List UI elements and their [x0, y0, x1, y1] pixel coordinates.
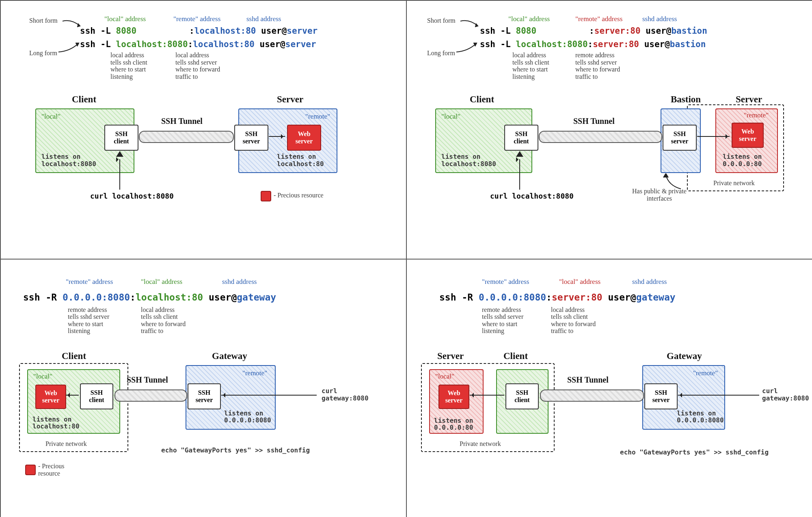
header-sshd-address: sshd address	[632, 278, 667, 286]
server-listens: listens on localhost:80	[277, 153, 324, 167]
bastion-title: Bastion	[671, 94, 701, 105]
header-local-address: "local" address	[104, 15, 146, 23]
arrow-long-form	[456, 41, 480, 54]
web-server-box: Web server	[438, 385, 469, 409]
client-listens: listens on localhost:8080	[41, 153, 96, 167]
remote-tag: "remote"	[242, 369, 267, 377]
label-long-form: Long form	[427, 50, 455, 57]
web-server-box: Web server	[35, 385, 66, 409]
header-remote-address: "remote" address	[173, 15, 220, 23]
note-remote: remote address tells sshd server where t…	[68, 306, 109, 335]
gateway-config: echo "GatewayPorts yes" >> sshd_config	[161, 446, 310, 454]
local-tag: "local"	[41, 112, 60, 121]
gateway-listens: listens on 0.0.0.0:8080	[224, 410, 271, 424]
panel-remote-forward-simple: "remote" address "local" address sshd ad…	[0, 259, 406, 517]
tunnel-label: SSH Tunnel	[573, 117, 615, 126]
curl-arrow-line	[119, 159, 120, 190]
arrow-to-web	[269, 136, 285, 137]
header-remote-address: "remote" address	[66, 278, 113, 286]
curl-arrow-head	[116, 151, 123, 160]
client-title: Client	[503, 351, 528, 361]
curl-arrow-line	[519, 159, 520, 190]
curl-cmd: curl localhost:8080	[490, 192, 574, 200]
curl-cmd: curl localhost:8080	[90, 192, 174, 200]
curl-cmd: curl gateway:8080	[322, 387, 369, 402]
arrow-curl	[221, 395, 317, 396]
private-network-label: Private network	[713, 180, 755, 187]
private-network-label: Private network	[460, 440, 501, 448]
gateway-listens: listens on 0.0.0.0:8080	[677, 410, 724, 424]
gateway-config: echo "GatewayPorts yes" >> sshd_config	[620, 448, 769, 456]
tunnel-label: SSH Tunnel	[567, 375, 609, 385]
ssh-tunnel	[114, 389, 187, 402]
bastion-note: Has public & private interfaces	[632, 188, 687, 202]
arrow-curl	[678, 395, 759, 396]
client-title: Client	[62, 351, 86, 361]
panel-local-forward-bastion: Short form Long form "local" address "re…	[406, 0, 812, 259]
web-server-box: Web server	[732, 123, 764, 148]
header-remote-address: "remote" address	[482, 278, 529, 286]
gateway-title: Gateway	[667, 351, 702, 361]
label-long-form: Long form	[29, 50, 57, 57]
note-remote: local address tells sshd server where to…	[175, 52, 220, 80]
arrow-to-web	[470, 395, 504, 396]
header-local-address: "local" address	[508, 15, 550, 23]
label-short-form: Short form	[29, 17, 58, 24]
ssh-tunnel	[540, 389, 644, 402]
arrow-to-web	[66, 395, 79, 396]
client-title: Client	[72, 94, 96, 105]
client-listens: listens on localhost:8080	[441, 153, 496, 167]
cmd-long: ssh -L localhost:8080:server:80 user@bas…	[480, 39, 706, 49]
ssh-server-box: SSH server	[234, 125, 268, 151]
ssh-tunnel	[539, 131, 662, 143]
legend-text: - Precious resource	[274, 192, 324, 199]
note-local: local address tells ssh client where to …	[141, 306, 186, 335]
arrow-short-form	[460, 17, 480, 29]
ssh-client-box: SSH client	[80, 383, 113, 409]
ssh-client-box: SSH client	[504, 125, 538, 151]
header-sshd-address: sshd address	[642, 15, 677, 23]
server-title: Server	[277, 94, 303, 105]
panel-remote-forward-server: "remote" address "local" address sshd ad…	[406, 259, 812, 517]
note-local: local address tells ssh client where to …	[512, 52, 549, 80]
remote-tag: "remote"	[744, 111, 769, 119]
arrow-long-form	[58, 41, 82, 54]
ssh-client-box: SSH client	[104, 125, 138, 151]
private-network-label: Private network	[45, 440, 87, 448]
diagram-grid: Short form Long form "local" address "re…	[0, 0, 812, 517]
server-listens: listens on 0.0.0.0:80	[723, 153, 762, 167]
arrow-bastion-note	[663, 173, 685, 190]
header-local-address: "local" address	[559, 278, 600, 286]
header-sshd-address: sshd address	[246, 15, 281, 23]
web-server-box: Web server	[287, 125, 321, 151]
local-tag: "local"	[435, 372, 454, 381]
arrow-to-web	[697, 136, 730, 137]
cmd-short: ssh -L 8080:server:80 user@bastion	[480, 26, 707, 36]
tunnel-label: SSH Tunnel	[161, 117, 203, 126]
ssh-server-box: SSH server	[188, 383, 221, 409]
curl-arrow-head	[516, 151, 523, 160]
panel-local-forward-simple: Short form Long form "local" address "re…	[0, 0, 406, 259]
server-title: Server	[736, 94, 762, 105]
remote-tag: "remote"	[305, 112, 330, 121]
tunnel-label: SSH Tunnel	[127, 375, 168, 385]
header-sshd-address: sshd address	[222, 278, 257, 286]
arrow-short-form	[62, 17, 82, 29]
note-remote: remote address tells sshd server where t…	[575, 52, 620, 80]
cmd: ssh -R 0.0.0.0:8080:localhost:80 user@ga…	[23, 292, 276, 303]
curl-cmd: curl gateway:8080	[762, 387, 809, 402]
ssh-tunnel	[139, 131, 234, 143]
ssh-server-box: SSH server	[663, 125, 697, 151]
local-tag: "local"	[441, 112, 460, 121]
server-listens: listens on 0.0.0.0:80	[434, 417, 473, 431]
remote-tag: "remote"	[693, 369, 718, 377]
server-title: Server	[437, 351, 464, 361]
cmd-short: ssh -L 8080:localhost:80 user@server	[80, 26, 317, 36]
cmd: ssh -R 0.0.0.0:8080:server:80 user@gatew…	[439, 292, 676, 303]
legend-text: - Precious resource	[38, 463, 64, 477]
gateway-title: Gateway	[212, 351, 247, 361]
ssh-server-box: SSH server	[644, 383, 678, 409]
note-local: local address tells ssh client where to …	[551, 306, 596, 335]
label-short-form: Short form	[427, 17, 456, 24]
local-tag: "local"	[33, 372, 52, 381]
